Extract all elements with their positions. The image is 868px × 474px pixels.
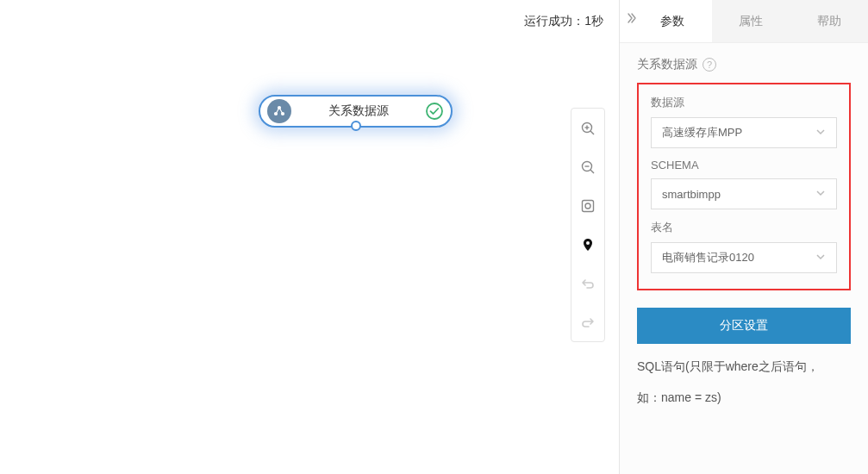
success-icon — [425, 102, 444, 121]
datasource-value: 高速缓存库MPP — [662, 125, 742, 140]
highlighted-fields: 数据源 高速缓存库MPP SCHEMA smartbimpp 表名 电商销售记录… — [637, 83, 851, 290]
redo-button[interactable] — [571, 302, 604, 341]
partition-settings-button[interactable]: 分区设置 — [637, 308, 851, 344]
svg-rect-11 — [583, 200, 594, 211]
panel-tabs: 参数 属性 帮助 — [620, 0, 868, 43]
canvas-toolbar — [571, 108, 605, 342]
sql-hint: 如：name = zs) — [637, 390, 851, 406]
chevron-down-icon — [815, 127, 826, 140]
undo-button[interactable] — [571, 264, 604, 302]
datasource-icon — [267, 99, 291, 123]
svg-line-5 — [590, 131, 594, 134]
svg-point-3 — [427, 103, 442, 119]
node-relational-datasource[interactable]: 关系数据源 — [259, 95, 453, 128]
schema-label: SCHEMA — [651, 159, 837, 172]
help-icon[interactable]: ? — [703, 58, 716, 72]
node-label: 关系数据源 — [291, 103, 425, 119]
chevron-down-icon — [815, 252, 826, 265]
collapse-panel-button[interactable] — [625, 12, 640, 28]
schema-select[interactable]: smartbimpp — [651, 178, 837, 209]
status-bar: 运行成功：1秒 — [0, 0, 619, 43]
svg-point-13 — [586, 241, 590, 245]
datasource-label: 数据源 — [651, 95, 837, 110]
chevron-down-icon — [815, 188, 826, 201]
tab-attributes[interactable]: 属性 — [712, 0, 790, 42]
table-label: 表名 — [651, 220, 837, 235]
svg-point-12 — [585, 203, 590, 209]
tab-help[interactable]: 帮助 — [790, 0, 868, 42]
section-title: 关系数据源 ? — [637, 57, 851, 72]
side-panel: 参数 属性 帮助 关系数据源 ? 数据源 高速缓存库MPP SCHEMA sma… — [619, 0, 868, 474]
panel-body: 关系数据源 ? 数据源 高速缓存库MPP SCHEMA smartbimpp 表… — [620, 43, 868, 420]
fit-view-button[interactable] — [571, 186, 604, 225]
locate-button[interactable] — [571, 225, 604, 264]
canvas-container: 运行成功：1秒 关系数据源 — [0, 0, 619, 474]
zoom-out-button[interactable] — [571, 147, 604, 186]
zoom-in-button[interactable] — [571, 109, 604, 147]
schema-value: smartbimpp — [662, 188, 721, 201]
node-output-handle[interactable] — [351, 121, 361, 131]
sql-label: SQL语句(只限于where之后语句， — [637, 359, 851, 375]
canvas-area[interactable]: 关系数据源 — [0, 43, 619, 474]
status-text: 运行成功：1秒 — [524, 14, 603, 29]
datasource-select[interactable]: 高速缓存库MPP — [651, 117, 837, 148]
svg-line-9 — [590, 170, 594, 173]
section-title-text: 关系数据源 — [637, 57, 697, 72]
table-value: 电商销售记录0120 — [662, 250, 754, 265]
table-select[interactable]: 电商销售记录0120 — [651, 242, 837, 273]
